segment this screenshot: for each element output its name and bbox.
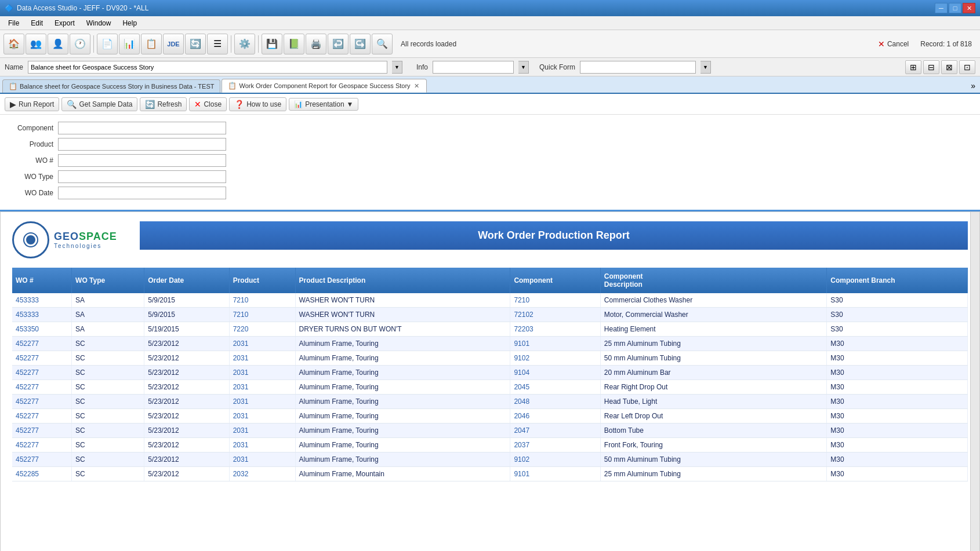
quickform-input[interactable]: [580, 61, 696, 74]
wo-num-input[interactable]: [58, 154, 226, 167]
how-to-use-button[interactable]: ❓ How to use: [229, 97, 286, 111]
layout-btn-1[interactable]: ⊞: [905, 60, 921, 74]
table-cell: 452277: [12, 438, 72, 453]
info-dropdown-button[interactable]: ▼: [518, 61, 529, 74]
refresh-button[interactable]: 🔄: [185, 34, 206, 54]
table-cell: S30: [827, 308, 968, 322]
table-cell: 453333: [12, 308, 72, 322]
get-sample-button[interactable]: 🔍 Get Sample Data: [61, 97, 137, 111]
table-cell: 2037: [510, 438, 600, 453]
report-button[interactable]: 📄: [97, 34, 118, 54]
table-cell: Aluminum Frame, Touring: [295, 337, 510, 351]
presentation-button[interactable]: 📊 Presentation ▼: [289, 98, 358, 111]
title-bar-controls[interactable]: ─ □ ✕: [935, 3, 975, 13]
product-input[interactable]: [58, 138, 226, 151]
app-icon: 🔷: [5, 4, 13, 12]
table-cell: SC: [72, 351, 144, 366]
users-button[interactable]: 👥: [26, 34, 46, 54]
undo-button[interactable]: ↩️: [328, 34, 349, 54]
menu-help[interactable]: Help: [117, 18, 143, 28]
chart-button[interactable]: 📊: [119, 34, 140, 54]
menu-export[interactable]: Export: [49, 18, 81, 28]
table-cell: 452285: [12, 467, 72, 481]
table-row: 452277SC5/23/20122031Aluminum Frame, Tou…: [12, 438, 968, 453]
tab-work-order[interactable]: 📋 Work Order Component Report for Geospa…: [222, 79, 426, 93]
logo-dot: [26, 235, 35, 245]
table-cell: 2047: [510, 424, 600, 438]
filter-area: Component Product WO # WO Type WO Date: [0, 115, 980, 211]
table-cell: 72203: [510, 322, 600, 337]
menu-edit[interactable]: Edit: [25, 18, 49, 28]
home-button[interactable]: 🏠: [3, 34, 24, 54]
wo-type-input[interactable]: [58, 170, 226, 183]
grid-button[interactable]: 📋: [141, 34, 162, 54]
report-content: GEO SPACE Technologies Work Order Produc…: [1, 212, 979, 491]
vertical-scrollbar[interactable]: [970, 212, 979, 551]
search-button[interactable]: 🔍: [372, 34, 393, 54]
table-cell: Aluminum Frame, Touring: [295, 380, 510, 395]
table-cell: 9104: [510, 366, 600, 380]
table-cell: 9101: [510, 337, 600, 351]
tab1-icon: 📋: [9, 82, 17, 90]
layout-btn-4[interactable]: ⊡: [959, 60, 975, 74]
quickform-label: Quick Form: [539, 63, 575, 71]
user-button[interactable]: 👤: [48, 34, 68, 54]
table-cell: 5/9/2015: [144, 293, 229, 308]
layout-btn-3[interactable]: ⊠: [941, 60, 957, 74]
table-cell: M30: [827, 380, 968, 395]
tab2-label: Work Order Component Report for Geospace…: [239, 82, 410, 89]
table-cell: WASHER WON'T TURN: [295, 308, 510, 322]
quickform-dropdown-button[interactable]: ▼: [700, 61, 711, 74]
tab-balance-sheet[interactable]: 📋 Balance sheet for Geospace Success Sto…: [2, 79, 220, 93]
print-button[interactable]: 🖨️: [306, 34, 326, 54]
table-cell: 453350: [12, 322, 72, 337]
export-excel-button[interactable]: 📗: [284, 34, 304, 54]
report-area[interactable]: GEO SPACE Technologies Work Order Produc…: [0, 211, 980, 551]
table-cell: M30: [827, 467, 968, 481]
menu-window[interactable]: Window: [81, 18, 117, 28]
settings-button[interactable]: ⚙️: [234, 34, 255, 54]
toolbar-status: All records loaded: [401, 40, 456, 48]
table-cell: Rear Right Drop Out: [600, 380, 826, 395]
table-cell: S30: [827, 322, 968, 337]
minimize-button[interactable]: ─: [935, 3, 948, 13]
table-row: 452277SC5/23/20122031Aluminum Frame, Tou…: [12, 453, 968, 467]
run-report-button[interactable]: ▶ Run Report: [5, 97, 59, 111]
table-cell: 7210: [229, 308, 295, 322]
name-dropdown-button[interactable]: ▼: [392, 61, 402, 74]
col-order-date: Order Date: [144, 268, 229, 293]
jde-button[interactable]: JDE: [163, 34, 184, 54]
tab2-close-icon[interactable]: ✕: [413, 82, 420, 90]
table-cell: M30: [827, 438, 968, 453]
table-cell: 452277: [12, 380, 72, 395]
table-cell: SC: [72, 424, 144, 438]
menu-file[interactable]: File: [2, 18, 25, 28]
clock-button[interactable]: 🕐: [70, 34, 90, 54]
table-cell: 5/23/2012: [144, 438, 229, 453]
table-cell: Aluminum Frame, Touring: [295, 453, 510, 467]
wo-date-input[interactable]: [58, 187, 226, 199]
refresh-report-button[interactable]: 🔄 Refresh: [140, 97, 187, 111]
info-input[interactable]: [433, 61, 514, 74]
name-input[interactable]: [28, 61, 387, 74]
table-cell: 452277: [12, 424, 72, 438]
table-row: 452277SC5/23/20122031Aluminum Frame, Tou…: [12, 351, 968, 366]
close-report-button[interactable]: ✕ Close: [189, 97, 227, 111]
menu-button[interactable]: ☰: [207, 34, 228, 54]
save-button[interactable]: 💾: [262, 34, 282, 54]
table-cell: SC: [72, 453, 144, 467]
tab-expand-button[interactable]: »: [968, 79, 978, 93]
cancel-button[interactable]: Cancel: [887, 40, 909, 48]
component-input[interactable]: [58, 122, 226, 134]
layout-btn-2[interactable]: ⊟: [923, 60, 939, 74]
refresh-icon: 🔄: [145, 100, 155, 109]
run-report-icon: ▶: [10, 100, 16, 109]
table-row: 453333SA5/9/20157210WASHER WON'T TURN721…: [12, 293, 968, 308]
window-close-button[interactable]: ✕: [963, 3, 975, 13]
maximize-button[interactable]: □: [949, 3, 961, 13]
redo-button[interactable]: ↪️: [350, 34, 371, 54]
table-cell: Aluminum Frame, Touring: [295, 409, 510, 424]
table-cell: SC: [72, 366, 144, 380]
table-cell: 50 mm Aluminum Tubing: [600, 351, 826, 366]
table-cell: 25 mm Aluminum Tubing: [600, 337, 826, 351]
